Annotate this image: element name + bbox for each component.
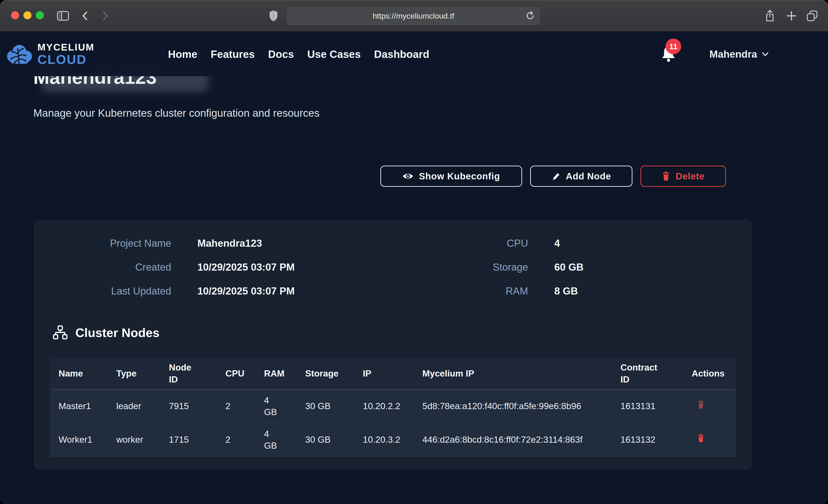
trash-icon <box>697 434 705 443</box>
cell-name: Worker1 <box>50 434 108 446</box>
eye-icon <box>402 172 413 180</box>
show-kubeconfig-button[interactable]: Show Kubeconfig <box>380 166 522 187</box>
brand-logo[interactable]: MYCELIUM CLOUD <box>6 42 94 66</box>
back-button-icon[interactable] <box>79 0 91 32</box>
project-name-value: Mahendra123 <box>197 238 262 249</box>
last-updated-value: 10/29/2025 03:07 PM <box>197 285 295 297</box>
info-row-created: Created 10/29/2025 03:07 PM <box>34 255 295 279</box>
cell-node-id: 1715 <box>160 434 217 446</box>
zoom-window-button[interactable] <box>36 11 44 19</box>
nav-item-docs[interactable]: Docs <box>268 48 294 60</box>
cell-ip: 10.20.3.2 <box>355 434 414 446</box>
logo-line-mycelium: MYCELIUM <box>37 42 94 52</box>
top-navbar: MYCELIUM CLOUD Home Features Docs Use Ca… <box>0 32 828 76</box>
refresh-icon[interactable] <box>525 10 535 21</box>
network-nodes-icon <box>53 325 68 340</box>
cell-ram: 4 GB <box>255 428 297 452</box>
page-subtitle: Manage your Kubernetes cluster configura… <box>33 107 320 119</box>
info-row-project-name: Project Name Mahendra123 <box>34 231 295 255</box>
pencil-icon <box>551 172 560 180</box>
delete-node-button[interactable] <box>697 401 705 409</box>
header-actions: Actions <box>683 368 736 379</box>
cell-ip: 10.20.2.2 <box>355 400 414 412</box>
cluster-nodes-heading: Cluster Nodes <box>53 325 160 340</box>
info-row-last-updated: Last Updated 10/29/2025 03:07 PM <box>34 279 295 303</box>
header-type: Type <box>108 368 160 379</box>
table-header-row: Name Type Node ID CPU RAM Storage IP Myc… <box>50 358 736 390</box>
add-node-button[interactable]: Add Node <box>530 166 632 187</box>
table-row-worker1: Worker1 worker 1715 2 4 GB 30 GB 10.20.3… <box>50 423 736 457</box>
page-content: Mahendra123 Manage your Kubernetes clust… <box>0 32 828 504</box>
trash-icon <box>697 401 705 409</box>
nav-item-dashboard[interactable]: Dashboard <box>374 48 429 60</box>
share-icon[interactable] <box>762 0 777 32</box>
cell-ram: 4 GB <box>255 394 297 418</box>
created-value: 10/29/2025 03:07 PM <box>197 261 295 273</box>
notifications-button[interactable]: 11 <box>660 45 678 65</box>
forward-button-icon[interactable] <box>99 0 112 32</box>
header-node-id: Node ID <box>160 362 217 385</box>
close-window-button[interactable] <box>11 11 19 19</box>
user-name: Mahendra <box>709 48 757 60</box>
header-ram: RAM <box>255 368 297 379</box>
trash-icon <box>662 171 670 181</box>
nav-item-home[interactable]: Home <box>168 48 197 60</box>
show-kubeconfig-label: Show Kubeconfig <box>419 171 500 181</box>
header-cpu: CPU <box>217 368 255 379</box>
sidebar-toggle-icon[interactable] <box>56 0 70 32</box>
minimize-window-button[interactable] <box>24 11 32 19</box>
ram-label: RAM <box>392 285 528 297</box>
project-name-label: Project Name <box>34 238 171 249</box>
cell-type: leader <box>108 400 160 412</box>
notification-count-badge: 11 <box>666 39 681 54</box>
table-row-master1: Master1 leader 7915 2 4 GB 30 GB 10.20.2… <box>50 390 736 423</box>
info-row-storage: Storage 60 GB <box>392 255 583 279</box>
delete-label: Delete <box>676 171 705 181</box>
cell-contract-id: 1613131 <box>612 400 683 412</box>
nav-links: Home Features Docs Use Cases Dashboard <box>168 32 429 76</box>
cluster-nodes-table: Name Type Node ID CPU RAM Storage IP Myc… <box>50 358 736 457</box>
cell-cpu: 2 <box>217 434 255 446</box>
cpu-label: CPU <box>392 238 528 249</box>
new-tab-icon[interactable] <box>784 0 799 32</box>
cell-mycelium-ip: 5d8:78ea:a120:f40c:ff0f:a5fe:99e6:8b96 <box>414 400 612 412</box>
chevron-down-icon <box>762 52 769 57</box>
cell-name: Master1 <box>50 400 108 412</box>
cluster-actions-toolbar: Show Kubeconfig Add Node Delete <box>380 166 726 187</box>
storage-value: 60 GB <box>554 261 583 273</box>
tab-overview-icon[interactable] <box>805 0 820 32</box>
cell-type: worker <box>108 434 160 446</box>
cell-mycelium-ip: 446:d2a6:8bcd:8c16:ff0f:72e2:3114:863f <box>414 434 612 446</box>
header-contract-id: Contract ID <box>612 362 683 385</box>
last-updated-label: Last Updated <box>34 285 171 297</box>
info-row-ram: RAM 8 GB <box>392 279 583 303</box>
header-storage: Storage <box>297 368 355 379</box>
nav-item-features[interactable]: Features <box>211 48 255 60</box>
mycelium-cloud-logo-icon <box>6 43 33 65</box>
cell-contract-id: 1613132 <box>612 434 683 446</box>
header-name: Name <box>50 368 108 379</box>
privacy-shield-icon[interactable] <box>266 0 280 32</box>
user-menu[interactable]: Mahendra <box>709 32 769 76</box>
cell-actions <box>683 434 736 446</box>
cluster-nodes-title: Cluster Nodes <box>75 326 160 340</box>
header-ip: IP <box>355 368 414 379</box>
traffic-lights <box>11 11 44 19</box>
ram-value: 8 GB <box>554 285 578 297</box>
header-mycelium-ip: Mycelium IP <box>414 368 612 379</box>
browser-chrome: https://myceliumcloud.tf <box>0 0 828 32</box>
delete-node-button[interactable] <box>697 434 705 443</box>
storage-label: Storage <box>392 261 528 273</box>
cluster-info-panel: Project Name Mahendra123 Created 10/29/2… <box>34 220 752 470</box>
browser-window: https://myceliumcloud.tf Mahendra123 Man… <box>0 0 828 504</box>
cell-storage: 30 GB <box>297 400 355 412</box>
logo-line-cloud: CLOUD <box>37 53 94 66</box>
address-bar[interactable]: https://myceliumcloud.tf <box>287 6 540 25</box>
delete-cluster-button[interactable]: Delete <box>640 166 726 187</box>
brand-logo-text: MYCELIUM CLOUD <box>37 42 94 66</box>
nav-item-use-cases[interactable]: Use Cases <box>307 48 361 60</box>
cell-node-id: 7915 <box>160 400 217 412</box>
cell-actions <box>683 400 736 412</box>
add-node-label: Add Node <box>566 171 611 181</box>
url-text: https://myceliumcloud.tf <box>373 11 454 20</box>
